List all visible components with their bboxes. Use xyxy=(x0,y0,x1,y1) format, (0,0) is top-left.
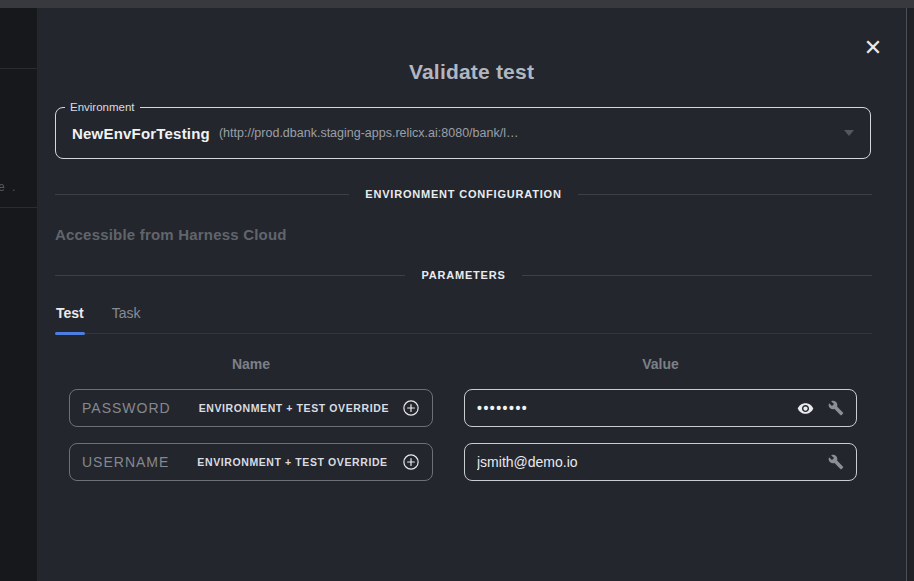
divider-line xyxy=(55,275,405,276)
override-badge: ENVIRONMENT + TEST OVERRIDE xyxy=(197,456,387,468)
accessible-from-harness-cloud-text: Accessible from Harness Cloud xyxy=(55,226,287,243)
password-name-box: PASSWORD ENVIRONMENT + TEST OVERRIDE xyxy=(69,389,433,427)
username-name-box: USERNAME ENVIRONMENT + TEST OVERRIDE xyxy=(69,443,433,481)
background-left-strip: e . xyxy=(0,8,37,581)
username-value-box xyxy=(464,443,857,481)
environment-select[interactable]: Environment NewEnvForTesting (http://pro… xyxy=(55,107,871,159)
environment-configuration-divider: ENVIRONMENT CONFIGURATION xyxy=(55,187,872,201)
parameters-divider: PARAMETERS xyxy=(55,268,872,282)
column-header-name: Name xyxy=(69,356,433,372)
password-value-input[interactable] xyxy=(477,400,797,416)
background-divider xyxy=(0,207,37,208)
dialog-title: Validate test xyxy=(37,60,906,84)
close-icon[interactable]: ✕ xyxy=(859,34,887,62)
tab-task[interactable]: Task xyxy=(111,305,142,333)
parameters-heading: PARAMETERS xyxy=(405,269,521,281)
background-right-strip xyxy=(906,8,914,581)
environment-select-label: Environment xyxy=(65,101,140,113)
parameters-tabs: Test Task xyxy=(55,305,872,334)
username-value-input[interactable] xyxy=(477,454,828,470)
wrench-icon[interactable] xyxy=(828,454,844,470)
chevron-down-icon xyxy=(844,130,854,136)
background-top-strip xyxy=(0,0,914,8)
parameter-row-username: USERNAME ENVIRONMENT + TEST OVERRIDE xyxy=(69,443,857,481)
column-header-value: Value xyxy=(464,356,857,372)
background-divider xyxy=(0,68,37,69)
background-text-fragment: e . xyxy=(0,180,17,194)
wrench-icon[interactable] xyxy=(828,400,844,416)
password-value-box xyxy=(464,389,857,427)
divider-line xyxy=(578,194,872,195)
validate-test-dialog: ✕ Validate test Environment NewEnvForTes… xyxy=(37,8,906,581)
override-badge: ENVIRONMENT + TEST OVERRIDE xyxy=(199,402,389,414)
plus-circle-icon[interactable] xyxy=(402,399,420,417)
parameters-header-row: Name Value xyxy=(69,356,857,372)
eye-icon[interactable] xyxy=(797,400,814,417)
environment-selected-url: (http://prod.dbank.staging-apps.relicx.a… xyxy=(219,126,518,140)
parameter-name-label: PASSWORD xyxy=(82,400,171,416)
plus-circle-icon[interactable] xyxy=(402,453,420,471)
environment-configuration-heading: ENVIRONMENT CONFIGURATION xyxy=(349,188,577,200)
divider-line xyxy=(522,275,872,276)
divider-line xyxy=(55,194,349,195)
environment-selected-name: NewEnvForTesting xyxy=(72,125,210,142)
parameter-name-label: USERNAME xyxy=(82,454,169,470)
tab-test[interactable]: Test xyxy=(55,305,85,333)
parameter-row-password: PASSWORD ENVIRONMENT + TEST OVERRIDE xyxy=(69,389,857,427)
